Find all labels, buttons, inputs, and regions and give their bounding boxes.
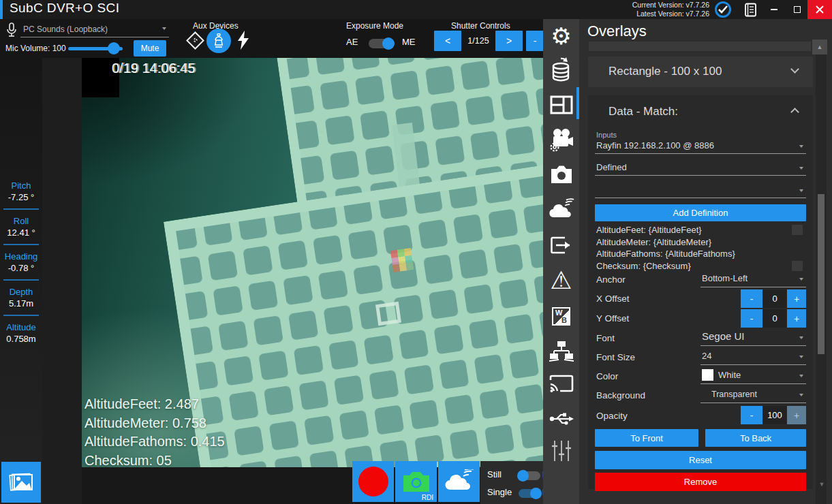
opacity-plus-button[interactable]: + bbox=[787, 406, 806, 424]
clipped-overlay-item[interactable] bbox=[589, 42, 811, 51]
cloud-wifi-icon bbox=[549, 198, 574, 220]
white-balance-button[interactable]: W B bbox=[543, 302, 579, 330]
audio-device-select[interactable]: PC Sounds (Loopback) bbox=[20, 22, 169, 37]
definition-line[interactable]: AltitudeMeter: {AltitudeMeter} bbox=[596, 236, 735, 249]
anchor-select[interactable]: Bottom-Left bbox=[700, 271, 806, 287]
settings-button[interactable]: ⚙ bbox=[543, 23, 579, 49]
chevron-up-icon[interactable] bbox=[790, 108, 799, 116]
y-offset-minus-button[interactable]: - bbox=[741, 309, 762, 328]
toggle-knob bbox=[530, 488, 542, 499]
adjustments-button[interactable] bbox=[543, 437, 579, 464]
maximize-button[interactable] bbox=[786, 0, 809, 19]
value-select[interactable] bbox=[595, 182, 806, 198]
x-offset-minus-button[interactable]: - bbox=[741, 289, 762, 308]
anchor-label: Anchor bbox=[596, 274, 626, 285]
rdi-label: RDI bbox=[422, 494, 433, 501]
warning-icon: ⚠ bbox=[550, 268, 572, 293]
still-camera-button[interactable] bbox=[543, 161, 579, 188]
definition-line[interactable]: AltitudeFeet: {AltitudeFeet} bbox=[596, 224, 735, 236]
chevron-down-icon bbox=[798, 142, 805, 150]
record-button[interactable] bbox=[352, 461, 394, 502]
data-match-header[interactable]: Data - Match: bbox=[608, 105, 678, 119]
y-offset-label: Y Offset bbox=[596, 313, 629, 324]
mute-button[interactable]: Mute bbox=[134, 40, 166, 57]
cloud-upload-button[interactable] bbox=[438, 461, 480, 502]
single-mode-toggle[interactable] bbox=[519, 489, 540, 498]
capture-mode-panel: Still F Single F bbox=[480, 461, 549, 504]
background-select[interactable]: Transparent bbox=[700, 387, 806, 403]
photos-stack-icon bbox=[9, 471, 33, 494]
update-check-icon[interactable] bbox=[715, 1, 731, 18]
shutter-next-button[interactable]: > bbox=[495, 31, 523, 51]
network-button[interactable] bbox=[543, 336, 579, 366]
definition-marker[interactable] bbox=[792, 261, 803, 271]
opacity-minus-button[interactable]: - bbox=[741, 406, 762, 424]
exposure-mode-toggle[interactable] bbox=[369, 39, 393, 48]
shutter-prev-button[interactable]: < bbox=[434, 31, 461, 51]
close-button[interactable] bbox=[807, 0, 832, 19]
defined-select[interactable]: Defined bbox=[595, 159, 806, 176]
usb-icon bbox=[549, 409, 574, 427]
movie-camera-icon bbox=[549, 127, 574, 153]
input-source-value: Rayfin 192.168.2.100 @ 8886 bbox=[596, 140, 714, 151]
chevron-down-icon bbox=[798, 391, 805, 398]
release-notes-icon[interactable] bbox=[743, 3, 757, 17]
minimize-button[interactable] bbox=[762, 0, 786, 19]
iris-minus-button[interactable]: - bbox=[526, 31, 544, 51]
single-label: Single bbox=[487, 487, 512, 497]
rectangle-expander-title: Rectangle - 100 x 100 bbox=[608, 65, 722, 78]
still-label: Still bbox=[487, 469, 502, 479]
y-offset-plus-button[interactable]: + bbox=[787, 309, 806, 328]
telemetry-depth: Depth 5.17m bbox=[0, 287, 42, 309]
toggle-knob bbox=[382, 37, 395, 50]
scrollbar-thumb[interactable] bbox=[818, 194, 825, 354]
scrollbar-down-button[interactable]: ▼ bbox=[818, 481, 826, 488]
storage-button[interactable] bbox=[543, 56, 579, 84]
definition-line[interactable]: Checksum: {Checksum} bbox=[596, 260, 735, 272]
cast-button[interactable] bbox=[543, 371, 579, 398]
flash-device-icon[interactable] bbox=[236, 31, 250, 50]
overlay-line: Checksum: 05 bbox=[84, 452, 225, 468]
snapshot-button[interactable]: RDI bbox=[395, 461, 437, 502]
video-settings-button[interactable] bbox=[543, 125, 579, 155]
overlays-layout-button[interactable] bbox=[543, 91, 579, 119]
mic-volume-slider-thumb[interactable] bbox=[108, 42, 120, 54]
definition-line[interactable]: AltitudeFathoms: {AltitudeFathoms} bbox=[596, 248, 735, 260]
x-offset-plus-button[interactable]: + bbox=[787, 289, 806, 308]
usb-button[interactable] bbox=[543, 405, 579, 432]
color-value: White bbox=[718, 370, 741, 380]
to-back-button[interactable]: To Back bbox=[705, 429, 806, 447]
definition-marker[interactable] bbox=[792, 225, 803, 235]
cloud-button[interactable] bbox=[543, 195, 579, 223]
chevron-down-icon bbox=[798, 372, 805, 379]
exposure-mode-label: Exposure Mode bbox=[346, 21, 403, 31]
camera-icon bbox=[402, 470, 431, 493]
gallery-button[interactable] bbox=[1, 462, 41, 503]
toggle-knob bbox=[517, 470, 529, 482]
input-source-select[interactable]: Rayfin 192.168.2.100 @ 8886 bbox=[595, 138, 806, 154]
font-size-select[interactable]: 24 bbox=[700, 349, 806, 365]
to-front-button[interactable]: To Front bbox=[595, 429, 698, 447]
export-button[interactable] bbox=[543, 232, 579, 259]
scrollbar-up-button[interactable]: ▲ bbox=[812, 40, 827, 54]
still-mode-toggle[interactable] bbox=[519, 471, 540, 480]
color-select[interactable]: White bbox=[700, 368, 806, 384]
y-offset-value: 0 bbox=[763, 309, 786, 328]
alerts-button[interactable]: ⚠ bbox=[543, 267, 579, 294]
lamp-device-button[interactable] bbox=[206, 29, 231, 53]
current-version: Current Version: v7.7.26 bbox=[632, 1, 709, 10]
square-marker bbox=[375, 302, 401, 326]
rectangle-expander[interactable]: Rectangle - 100 x 100 bbox=[588, 57, 813, 87]
video-feed[interactable]: 0/19 14:06:45 AltitudeFeet: 2.487 Altitu… bbox=[82, 58, 543, 467]
accent-stripe bbox=[0, 0, 3, 19]
reset-button[interactable]: Reset bbox=[595, 451, 806, 469]
add-definition-button[interactable]: Add Definition bbox=[595, 204, 806, 221]
strobe-device-icon[interactable] bbox=[186, 31, 204, 50]
data-overlay-text: AltitudeFeet: 2.487 AltitudeMeter: 0.758… bbox=[84, 395, 225, 467]
chevron-down-icon bbox=[798, 187, 805, 194]
video-timestamp: 0/19 14:06:45 bbox=[112, 61, 195, 76]
remove-button[interactable]: Remove bbox=[595, 473, 806, 491]
camera-icon bbox=[550, 165, 573, 184]
font-select[interactable]: Segoe UI bbox=[700, 328, 806, 346]
white-balance-icon: W B bbox=[552, 307, 570, 326]
